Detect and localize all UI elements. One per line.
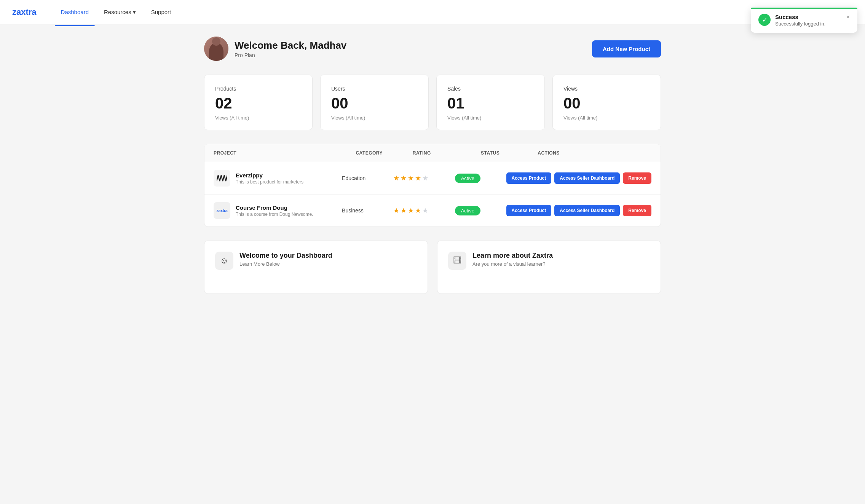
main-content: Welcome Back, Madhav Pro Plan Add New Pr… xyxy=(189,24,676,306)
welcome-card-subtitle: Learn More Below xyxy=(239,261,332,267)
status-coursedoug: Active xyxy=(455,206,506,215)
table-row: zaxtra Course From Doug This is a course… xyxy=(204,195,661,226)
stat-sub-sales: Views (All time) xyxy=(447,115,534,121)
stat-sub-views: Views (All time) xyxy=(563,115,650,121)
star-4: ★ xyxy=(415,174,421,182)
film-icon: 🎞 xyxy=(448,252,466,270)
toast-progress-bar xyxy=(751,8,857,9)
welcome-text: Welcome Back, Madhav Pro Plan xyxy=(235,40,346,58)
stat-value-products: 02 xyxy=(215,95,302,112)
star-3: ★ xyxy=(408,206,414,215)
project-cell-coursedoug: zaxtra Course From Doug This is a course… xyxy=(214,202,342,219)
status-badge: Active xyxy=(455,174,480,183)
welcome-heading: Welcome Back, Madhav xyxy=(235,40,346,51)
star-1: ★ xyxy=(393,206,399,215)
navbar: zaxtra Dashboard Resources ▾ Support xyxy=(0,0,865,24)
stat-card-views: Views 00 Views (All time) xyxy=(552,75,661,130)
col-project: PROJECT xyxy=(214,150,356,156)
smiley-icon: ☺ xyxy=(215,252,233,270)
star-2: ★ xyxy=(401,174,407,182)
stat-label-views: Views xyxy=(563,86,650,92)
nav-item-support[interactable]: Support xyxy=(145,6,177,18)
project-desc-coursedoug: This is a course from Doug Newsome. xyxy=(236,212,313,217)
project-name-coursedoug: Course From Doug xyxy=(236,204,313,211)
toast-title: Success xyxy=(775,14,842,20)
stat-value-views: 00 xyxy=(563,95,650,112)
rating-everzippy: ★ ★ ★ ★ ★ xyxy=(393,174,455,182)
user-info: Welcome Back, Madhav Pro Plan xyxy=(204,37,346,61)
nav-item-dashboard[interactable]: Dashboard xyxy=(55,6,95,18)
access-seller-button-everzippy[interactable]: Access Seller Dashboard xyxy=(554,172,620,184)
table-header: PROJECT CATEGORY RATING STATUS ACTIONS xyxy=(204,144,661,162)
col-actions: ACTIONS xyxy=(538,150,651,156)
access-seller-button-coursedoug[interactable]: Access Seller Dashboard xyxy=(554,205,620,216)
category-everzippy: Education xyxy=(342,175,393,181)
toast-content: Success Successfully logged in. xyxy=(775,14,842,27)
col-status: STATUS xyxy=(481,150,538,156)
avatar xyxy=(204,37,228,61)
remove-button-coursedoug[interactable]: Remove xyxy=(623,205,651,216)
col-rating: RATING xyxy=(413,150,481,156)
stat-card-products: Products 02 Views (All time) xyxy=(204,75,313,130)
plan-label: Pro Plan xyxy=(235,52,346,58)
learn-card-title: Learn more about Zaxtra xyxy=(472,252,553,260)
star-1: ★ xyxy=(393,174,399,182)
stat-label-sales: Sales xyxy=(447,86,534,92)
access-product-button-everzippy[interactable]: Access Product xyxy=(506,172,552,184)
nav-links: Dashboard Resources ▾ Support xyxy=(55,6,853,19)
star-2: ★ xyxy=(401,206,407,215)
stat-sub-users: Views (All time) xyxy=(331,115,418,121)
chevron-down-icon: ▾ xyxy=(133,9,136,16)
stat-card-users: Users 00 Views (All time) xyxy=(320,75,429,130)
category-coursedoug: Business xyxy=(342,207,393,214)
actions-coursedoug: Access Product Access Seller Dashboard R… xyxy=(506,205,651,216)
toast-success-icon: ✓ xyxy=(758,14,771,26)
status-badge: Active xyxy=(455,206,480,215)
toast-message: Successfully logged in. xyxy=(775,21,842,27)
project-cell-everzippy: Everzippy This is best product for marke… xyxy=(214,170,342,187)
star-5: ★ xyxy=(422,206,428,215)
star-5: ★ xyxy=(422,174,428,182)
bottom-cards: ☺ Welcome to your Dashboard Learn More B… xyxy=(204,241,661,294)
welcome-card: ☺ Welcome to your Dashboard Learn More B… xyxy=(204,241,428,294)
table-row: Everzippy This is best product for marke… xyxy=(204,162,661,195)
toast-close-button[interactable]: × xyxy=(846,14,850,21)
zaxtra-icon: zaxtra xyxy=(214,202,230,219)
header-row: Welcome Back, Madhav Pro Plan Add New Pr… xyxy=(204,37,661,61)
stats-grid: Products 02 Views (All time) Users 00 Vi… xyxy=(204,75,661,130)
star-3: ★ xyxy=(408,174,414,182)
stat-label-products: Products xyxy=(215,86,302,92)
stat-label-users: Users xyxy=(331,86,418,92)
star-4: ★ xyxy=(415,206,421,215)
stat-sub-products: Views (All time) xyxy=(215,115,302,121)
nav-item-resources[interactable]: Resources ▾ xyxy=(98,6,142,19)
welcome-card-title: Welcome to your Dashboard xyxy=(239,252,332,260)
actions-everzippy: Access Product Access Seller Dashboard R… xyxy=(506,172,651,184)
products-table: PROJECT CATEGORY RATING STATUS ACTIONS E… xyxy=(204,144,661,227)
toast-notification: ✓ Success Successfully logged in. × xyxy=(751,8,857,33)
stat-value-sales: 01 xyxy=(447,95,534,112)
learn-card-subtitle: Are you more of a visual learner? xyxy=(472,261,553,267)
remove-button-everzippy[interactable]: Remove xyxy=(623,172,651,184)
stat-card-sales: Sales 01 Views (All time) xyxy=(436,75,545,130)
add-new-product-button[interactable]: Add New Product xyxy=(592,40,661,57)
logo-text: zaxtra xyxy=(12,7,37,17)
everzippy-icon xyxy=(214,170,230,187)
project-name-everzippy: Everzippy xyxy=(236,172,303,179)
access-product-button-coursedoug[interactable]: Access Product xyxy=(506,205,552,216)
learn-more-card: 🎞 Learn more about Zaxtra Are you more o… xyxy=(437,241,661,294)
rating-coursedoug: ★ ★ ★ ★ ★ xyxy=(393,206,455,215)
status-everzippy: Active xyxy=(455,174,506,183)
stat-value-users: 00 xyxy=(331,95,418,112)
logo[interactable]: zaxtra xyxy=(12,7,37,17)
project-desc-everzippy: This is best product for marketers xyxy=(236,179,303,185)
col-category: CATEGORY xyxy=(356,150,412,156)
